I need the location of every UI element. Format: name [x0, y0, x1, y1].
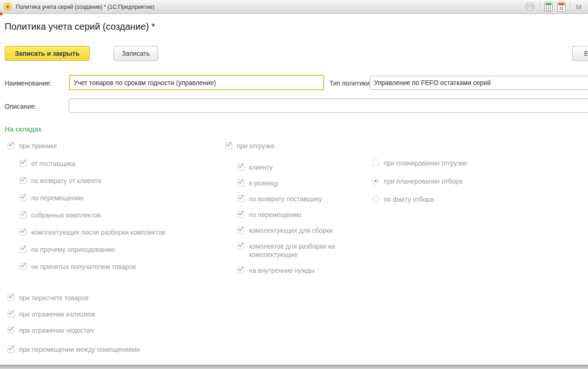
- checkbox-checked-icon: [237, 227, 244, 234]
- policy-type-label: Тип политики:: [329, 79, 371, 87]
- name-field-label: Наименование:: [5, 79, 52, 87]
- checkbox-receipt-components-after-disassembly[interactable]: комплектующих после разборки комплектов: [20, 228, 165, 237]
- checkbox-receipt-from-supplier[interactable]: от поставщика: [20, 159, 165, 168]
- checkbox-shortage-reflection[interactable]: при отражении недостач: [7, 326, 140, 335]
- window-bottom-edge: [0, 365, 588, 369]
- checkbox-checked-icon: [237, 164, 244, 171]
- checkbox-receipt-assembled-kits[interactable]: собранных комплектов: [20, 211, 165, 219]
- checkbox-checked-icon: [20, 229, 27, 236]
- name-input[interactable]: [69, 75, 324, 90]
- app-window: е Политика учета серий (создание) * (1С:…: [0, 0, 588, 369]
- checkbox-checked-icon: [20, 211, 27, 218]
- more-button[interactable]: Ещё: [572, 46, 588, 61]
- description-label: Описание:: [5, 103, 36, 110]
- titlebar-separator: [570, 2, 570, 12]
- radio-icon: [372, 159, 379, 166]
- checkbox-goods-recount[interactable]: при пересчете товаров: [7, 294, 140, 302]
- page-title: Политика учета серий (создание) *: [5, 21, 155, 32]
- checkbox-checked-icon: [20, 263, 27, 270]
- policy-type-input[interactable]: [370, 76, 588, 90]
- checkbox-receipt-not-accepted-goods[interactable]: не принятых получателем товаров: [20, 263, 165, 271]
- calendar-icon[interactable]: 31: [555, 1, 568, 13]
- checkbox-shipment-components-for-assembly[interactable]: комплектующих для сборки: [237, 226, 356, 235]
- radio-plan-shipment[interactable]: при планировании отгрузки: [372, 159, 467, 167]
- checkbox-shipment[interactable]: при отгрузке: [225, 142, 274, 150]
- radio-selected-icon: [372, 178, 379, 184]
- checkbox-shipment-to-client[interactable]: клиенту: [237, 163, 356, 171]
- checkbox-checked-icon: [237, 195, 244, 202]
- radio-icon: [372, 196, 379, 203]
- checkbox-checked-icon: [20, 160, 27, 167]
- checkbox-checked-icon: [7, 294, 14, 301]
- checkbox-checked-icon: [7, 142, 14, 149]
- checkbox-checked-icon: [20, 246, 27, 253]
- checkbox-shipment-retail[interactable]: в розницу: [237, 179, 356, 187]
- window-title: Политика учета серий (создание) * (1С:Пр…: [16, 4, 154, 10]
- save-button[interactable]: Записать: [114, 46, 158, 61]
- checkbox-checked-icon: [237, 179, 244, 186]
- titlebar: е Политика учета серий (создание) * (1С:…: [0, 0, 588, 14]
- shipment-timing-radio-group: при планировании отгрузки при планирован…: [372, 159, 467, 204]
- standalone-checkbox-list: при пересчете товаров при отражении изли…: [7, 294, 140, 354]
- checkbox-surplus-reflection[interactable]: при отражении излишков: [7, 310, 140, 318]
- calendar-day-number: 31: [559, 6, 564, 11]
- checkbox-receipt-client-return[interactable]: по возврату от клиента: [20, 177, 165, 185]
- checkbox-move-between-premises[interactable]: при перемещении между помещениями: [7, 345, 140, 354]
- receipt-children-list: от поставщика по возврату от клиента по …: [20, 159, 165, 271]
- clipped-menu-button[interactable]: M: [572, 3, 586, 11]
- checkbox-checked-icon: [237, 211, 244, 218]
- warehouses-section-title: На складах: [5, 125, 41, 133]
- checkbox-receipt[interactable]: при приемке: [7, 142, 57, 150]
- checkbox-receipt-transfer[interactable]: по перемещению: [20, 194, 165, 202]
- calculator-icon[interactable]: [542, 1, 555, 13]
- titlebar-toolbar: 31 M: [522, 1, 588, 13]
- save-and-close-button[interactable]: Записать и закрыть: [5, 46, 90, 61]
- checkbox-shipment-supplier-return[interactable]: по возврату поставщику: [237, 195, 356, 203]
- checkbox-shipment-kits-for-disassembly[interactable]: комплектов для разборки на комплектующие: [237, 242, 356, 259]
- checkbox-checked-icon: [237, 267, 244, 274]
- description-input[interactable]: [69, 99, 588, 113]
- checkbox-checked-icon: [7, 327, 14, 334]
- 1c-logo-glyph: е: [4, 2, 12, 10]
- radio-plan-picking[interactable]: при планировании отбора: [372, 177, 467, 185]
- checkbox-checked-icon: [237, 243, 244, 250]
- titlebar-separator: [540, 2, 540, 12]
- shipment-children-list: клиенту в розницу по возврату поставщику…: [237, 163, 356, 275]
- checkbox-checked-icon: [225, 142, 232, 149]
- checkbox-receipt-other-posting[interactable]: по прочему оприходованию: [20, 245, 165, 254]
- checkbox-checked-icon: [20, 194, 27, 201]
- checkbox-checked-icon: [7, 310, 14, 317]
- checkbox-checked-icon: [20, 177, 27, 184]
- 1c-app-icon: е: [4, 3, 12, 11]
- radio-fact-picking[interactable]: по факту отбора: [372, 195, 467, 204]
- checkbox-shipment-transfer[interactable]: по перемещению: [237, 211, 356, 219]
- checkbox-shipment-internal-needs[interactable]: на внутренние нужды: [237, 266, 356, 275]
- checkbox-checked-icon: [7, 346, 14, 353]
- print-icon[interactable]: [522, 1, 538, 13]
- window-corner-accent: [0, 13, 2, 15]
